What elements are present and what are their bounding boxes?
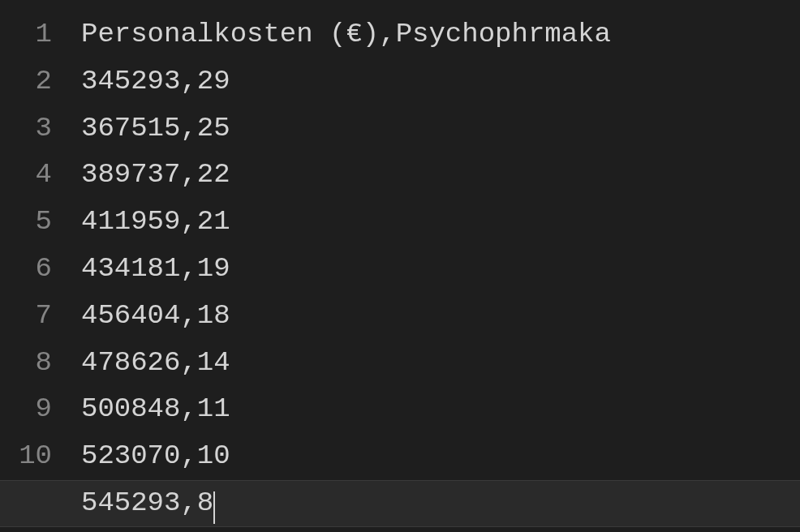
code-line[interactable]: 389737,22 bbox=[81, 152, 800, 199]
code-line[interactable]: Personalkosten (€),Psychophrmaka bbox=[81, 11, 800, 58]
editor-content[interactable]: Personalkosten (€),Psychophrmaka 345293,… bbox=[81, 11, 800, 532]
line-number: 9 bbox=[0, 386, 52, 433]
code-line[interactable]: 456404,18 bbox=[81, 293, 800, 340]
code-line[interactable]: 345293,29 bbox=[81, 58, 800, 105]
code-line-current[interactable]: 545293,8 bbox=[81, 480, 800, 527]
code-line[interactable]: 478626,14 bbox=[81, 340, 800, 387]
line-number: 11 bbox=[0, 480, 52, 527]
line-number: 8 bbox=[0, 340, 52, 387]
code-editor[interactable]: 1 2 3 4 5 6 7 8 9 10 11 Personalkosten (… bbox=[0, 0, 800, 532]
line-number-gutter: 1 2 3 4 5 6 7 8 9 10 11 bbox=[0, 11, 81, 532]
line-number: 6 bbox=[0, 246, 52, 293]
line-number: 2 bbox=[0, 58, 52, 105]
code-text: 545293,8 bbox=[81, 487, 213, 518]
code-line[interactable]: 367515,25 bbox=[81, 105, 800, 152]
line-number: 7 bbox=[0, 293, 52, 340]
line-number: 5 bbox=[0, 199, 52, 246]
line-number: 3 bbox=[0, 105, 52, 152]
code-line[interactable]: 500848,11 bbox=[81, 386, 800, 433]
line-number: 4 bbox=[0, 152, 52, 199]
code-line[interactable]: 434181,19 bbox=[81, 246, 800, 293]
code-line[interactable]: 523070,10 bbox=[81, 433, 800, 480]
code-line[interactable]: 411959,21 bbox=[81, 199, 800, 246]
line-number: 10 bbox=[0, 433, 52, 480]
line-number: 1 bbox=[0, 11, 52, 58]
text-cursor bbox=[213, 491, 215, 524]
